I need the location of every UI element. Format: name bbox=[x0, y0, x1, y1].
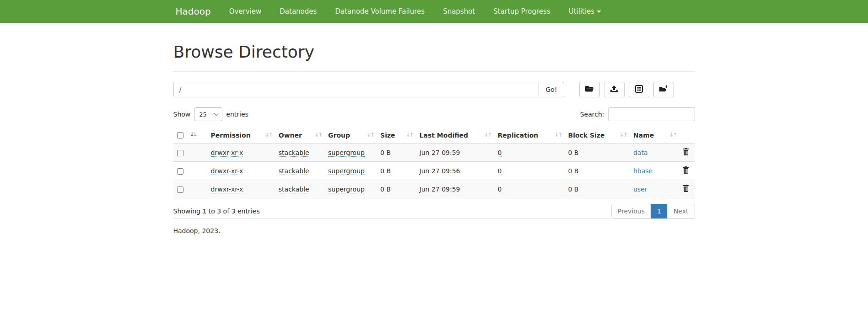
table-controls: Show 25 entries Search: bbox=[173, 107, 695, 121]
last-modified-cell: Jun 27 09:59 bbox=[420, 186, 460, 193]
folder-open-icon bbox=[585, 85, 594, 94]
directory-link[interactable]: hbase bbox=[633, 167, 652, 175]
header-actions bbox=[679, 128, 695, 144]
row-checkbox[interactable] bbox=[177, 150, 183, 156]
title-divider bbox=[173, 71, 695, 72]
header-permission[interactable]: Permission↓↑ bbox=[207, 128, 275, 144]
pagination: Previous 1 Next bbox=[611, 204, 695, 218]
nav-item-overview[interactable]: Overview bbox=[220, 0, 271, 23]
select-all-checkbox[interactable] bbox=[177, 132, 183, 138]
header-owner[interactable]: Owner↓↑ bbox=[275, 128, 324, 144]
sort-icon[interactable]: ↓↑ bbox=[265, 132, 272, 138]
directory-listing-table: Permission↓↑ Owner↓↑ Group↓↑ Size↓↑ Last… bbox=[173, 128, 695, 198]
list-alt-icon bbox=[635, 85, 643, 94]
header-size[interactable]: Size↓↑ bbox=[377, 128, 416, 144]
directory-path-input[interactable] bbox=[173, 82, 539, 97]
block-size-cell: 0 B bbox=[568, 186, 578, 193]
owner-cell[interactable]: stackable bbox=[279, 186, 309, 193]
group-cell[interactable]: supergroup bbox=[328, 149, 365, 157]
nav-item-utilities-dropdown[interactable]: Utilities bbox=[560, 0, 610, 23]
owner-cell[interactable]: stackable bbox=[279, 149, 309, 157]
sort-icon[interactable]: ↓↑ bbox=[314, 132, 322, 138]
sort-icon[interactable]: ↓↑ bbox=[367, 132, 374, 138]
permission-cell[interactable]: drwxr-xr-x bbox=[211, 149, 243, 157]
select-all-header bbox=[173, 128, 207, 144]
permission-cell[interactable]: drwxr-xr-x bbox=[211, 167, 243, 175]
table-row: drwxr-xr-x stackable supergroup 0 B Jun … bbox=[173, 180, 695, 198]
block-size-cell: 0 B bbox=[568, 167, 578, 175]
header-block-size[interactable]: Block Size↓↑ bbox=[564, 128, 630, 144]
size-cell: 0 B bbox=[380, 167, 391, 175]
size-cell: 0 B bbox=[380, 149, 391, 156]
top-navbar: Hadoop Overview Datanodes Datanode Volum… bbox=[0, 0, 868, 23]
permission-cell[interactable]: drwxr-xr-x bbox=[211, 186, 243, 193]
block-size-cell: 0 B bbox=[568, 149, 578, 156]
nav-item-startup-progress[interactable]: Startup Progress bbox=[484, 0, 559, 23]
sort-icon[interactable]: ↓↑ bbox=[620, 132, 627, 138]
move-directory-button[interactable] bbox=[653, 82, 674, 97]
search-input[interactable] bbox=[608, 107, 695, 121]
last-modified-cell: Jun 27 09:56 bbox=[420, 167, 460, 175]
go-button[interactable]: Go! bbox=[539, 82, 564, 97]
last-modified-cell: Jun 27 09:59 bbox=[420, 149, 460, 156]
sort-icon[interactable]: ↓↑ bbox=[405, 132, 413, 138]
row-checkbox[interactable] bbox=[177, 186, 183, 193]
search-label: Search: bbox=[580, 111, 604, 118]
sort-icon[interactable]: ↓↑ bbox=[554, 132, 561, 138]
delete-button[interactable] bbox=[683, 166, 689, 174]
directory-link[interactable]: user bbox=[633, 186, 647, 193]
cut-paste-button[interactable] bbox=[629, 82, 649, 97]
sort-amount-asc-icon[interactable] bbox=[190, 131, 197, 139]
nav-item-datanodes[interactable]: Datanodes bbox=[270, 0, 326, 23]
page-length-select-wrap: 25 bbox=[194, 107, 222, 121]
group-cell[interactable]: supergroup bbox=[328, 167, 365, 175]
nav-item-datanode-volume-failures[interactable]: Datanode Volume Failures bbox=[326, 0, 434, 23]
pagination-next[interactable]: Next bbox=[667, 204, 695, 218]
create-directory-button[interactable] bbox=[579, 82, 600, 97]
size-cell: 0 B bbox=[380, 186, 391, 193]
page-length-control: Show 25 entries bbox=[173, 107, 248, 121]
replication-cell[interactable]: 0 bbox=[498, 167, 502, 175]
sort-icon[interactable]: ↓↑ bbox=[484, 132, 491, 138]
site-footer-text: Hadoop, 2023. bbox=[173, 227, 695, 234]
nav-item-utilities-label: Utilities bbox=[569, 7, 594, 16]
directory-action-buttons bbox=[579, 82, 674, 97]
row-checkbox[interactable] bbox=[177, 168, 183, 175]
entries-info: Showing 1 to 3 of 3 entries bbox=[173, 208, 260, 215]
show-label: Show bbox=[173, 111, 191, 118]
group-cell[interactable]: supergroup bbox=[328, 186, 365, 193]
delete-button[interactable] bbox=[683, 148, 689, 155]
trash-icon bbox=[683, 186, 689, 193]
caret-down-icon bbox=[597, 11, 601, 13]
table-row: drwxr-xr-x stackable supergroup 0 B Jun … bbox=[173, 162, 695, 180]
upload-files-button[interactable] bbox=[604, 82, 625, 97]
search-control: Search: bbox=[580, 107, 695, 121]
header-name[interactable]: Name↓↑ bbox=[630, 128, 679, 144]
table-header-row: Permission↓↑ Owner↓↑ Group↓↑ Size↓↑ Last… bbox=[173, 128, 695, 144]
nav-item-snapshot[interactable]: Snapshot bbox=[434, 0, 484, 23]
delete-button[interactable] bbox=[683, 185, 689, 192]
pagination-page-1[interactable]: 1 bbox=[651, 204, 668, 218]
header-replication[interactable]: Replication↓↑ bbox=[494, 128, 565, 144]
page-title: Browse Directory bbox=[173, 43, 695, 61]
directory-link[interactable]: data bbox=[633, 149, 648, 156]
header-last-modified[interactable]: Last Modified↓↑ bbox=[416, 128, 494, 144]
upload-icon bbox=[610, 85, 618, 94]
sort-icon[interactable]: ↓↑ bbox=[669, 132, 676, 138]
pagination-previous[interactable]: Previous bbox=[611, 204, 651, 218]
replication-cell[interactable]: 0 bbox=[498, 149, 502, 157]
footer-divider bbox=[173, 218, 695, 219]
trash-icon bbox=[683, 150, 689, 157]
trash-icon bbox=[683, 168, 689, 175]
page-length-select[interactable]: 25 bbox=[194, 107, 222, 121]
header-group[interactable]: Group↓↑ bbox=[324, 128, 377, 144]
replication-cell[interactable]: 0 bbox=[498, 186, 502, 193]
table-summary-row: Showing 1 to 3 of 3 entries Previous 1 N… bbox=[173, 204, 695, 218]
entries-label: entries bbox=[226, 111, 248, 118]
table-row: drwxr-xr-x stackable supergroup 0 B Jun … bbox=[173, 144, 695, 162]
path-bar: Go! bbox=[173, 82, 695, 97]
folder-up-icon bbox=[659, 85, 668, 94]
owner-cell[interactable]: stackable bbox=[279, 167, 309, 175]
path-input-group: Go! bbox=[173, 82, 564, 97]
brand-hadoop[interactable]: Hadoop bbox=[173, 6, 215, 17]
